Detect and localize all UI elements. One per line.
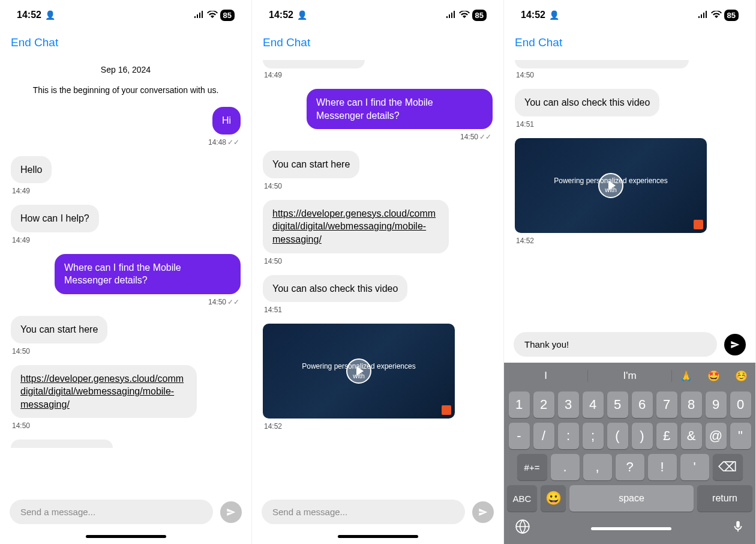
end-chat-button[interactable]: End Chat bbox=[11, 36, 58, 49]
key[interactable]: " bbox=[730, 423, 751, 449]
send-button[interactable] bbox=[472, 501, 494, 523]
emoji-key[interactable]: 😀 bbox=[541, 485, 566, 512]
key[interactable]: 7 bbox=[656, 391, 677, 418]
message-bubble-in-link[interactable]: https://developer.genesys.cloud/commdigi… bbox=[11, 365, 197, 419]
key[interactable]: ( bbox=[607, 423, 628, 449]
message-bubble-in[interactable]: You can start here bbox=[263, 151, 359, 178]
key[interactable]: 0 bbox=[730, 391, 751, 418]
message-row: https://developer.genesys.cloud/commdigi… bbox=[263, 200, 493, 253]
partial-bubble-bottom bbox=[11, 440, 113, 448]
video-thumbnail[interactable]: Powering personalized experiences with bbox=[263, 324, 455, 419]
key[interactable]: . bbox=[551, 454, 580, 480]
chat-scroll-area[interactable]: 14:49 Where can I find the Mobile Messen… bbox=[252, 54, 503, 491]
message-row: You can also check this video bbox=[263, 275, 493, 303]
emoji-suggestion[interactable]: 🙏 bbox=[680, 370, 692, 382]
message-bubble-out[interactable]: Hi bbox=[212, 107, 241, 134]
key-row-2: - / : ; ( ) £ & @ " bbox=[504, 420, 755, 452]
partial-bubble-top bbox=[263, 60, 365, 68]
key[interactable]: ? bbox=[616, 454, 644, 480]
end-chat-button[interactable]: End Chat bbox=[263, 36, 310, 49]
message-bubble-out[interactable]: Where can I find the Mobile Messenger de… bbox=[307, 89, 493, 129]
message-bubble-in[interactable]: You can start here bbox=[11, 316, 107, 343]
read-checks-icon: ✓✓ bbox=[227, 298, 239, 306]
wifi-icon bbox=[459, 10, 470, 20]
message-link[interactable]: https://developer.genesys.cloud/commdigi… bbox=[20, 373, 184, 410]
emoji-suggestion[interactable]: ☺️ bbox=[735, 370, 748, 382]
message-bubble-in[interactable]: You can also check this video bbox=[515, 89, 659, 116]
key[interactable]: 6 bbox=[632, 391, 653, 418]
screen-3: 14:52 👤 85 End Chat 14:50 You can also c… bbox=[504, 0, 756, 544]
send-button[interactable] bbox=[724, 334, 746, 355]
key[interactable]: 1 bbox=[509, 391, 530, 418]
key[interactable]: @ bbox=[706, 423, 727, 449]
end-chat-button[interactable]: End Chat bbox=[515, 36, 562, 49]
emoji-suggestion[interactable]: 🤩 bbox=[707, 370, 720, 382]
key[interactable]: £ bbox=[656, 423, 677, 449]
key[interactable]: & bbox=[681, 423, 702, 449]
timestamp: 14:52 bbox=[264, 422, 491, 431]
message-bubble-in-link[interactable]: https://developer.genesys.cloud/commdigi… bbox=[263, 200, 449, 253]
suggestion[interactable]: I'm bbox=[588, 370, 672, 382]
message-bubble-in[interactable]: How can I help? bbox=[11, 205, 99, 232]
chat-scroll-area[interactable]: 14:50 You can also check this video 14:5… bbox=[504, 54, 755, 324]
message-input-bar: Send a message... bbox=[0, 491, 251, 530]
person-icon: 👤 bbox=[45, 10, 55, 20]
message-input-bar: Send a message... bbox=[252, 491, 503, 530]
chat-scroll-area[interactable]: Sep 16, 2024 This is the beginning of yo… bbox=[0, 54, 251, 491]
ios-keyboard[interactable]: I I'm 🙏 🤩 ☺️ 1 2 3 4 5 6 7 8 9 0 - / : ;… bbox=[504, 363, 755, 544]
key[interactable]: 2 bbox=[533, 391, 554, 418]
key[interactable]: - bbox=[509, 423, 530, 449]
person-icon: 👤 bbox=[549, 10, 559, 20]
message-row: You can start here bbox=[11, 316, 241, 343]
chat-header: End Chat bbox=[0, 30, 251, 54]
key[interactable]: / bbox=[533, 423, 554, 449]
message-input[interactable]: Thank you! bbox=[514, 332, 717, 357]
message-row: Powering personalized experiences with bbox=[515, 138, 745, 233]
key[interactable]: 9 bbox=[706, 391, 727, 418]
battery-badge: 85 bbox=[724, 10, 739, 21]
key-row-3: #+= . , ? ! ' ⌫ bbox=[504, 452, 755, 483]
keyboard-bottom-row bbox=[504, 514, 755, 538]
key[interactable]: : bbox=[558, 423, 579, 449]
home-indicator[interactable] bbox=[338, 535, 418, 538]
message-bubble-out[interactable]: Where can I find the Mobile Messenger de… bbox=[55, 254, 241, 294]
message-link[interactable]: https://developer.genesys.cloud/commdigi… bbox=[272, 208, 436, 244]
suggestion[interactable]: I bbox=[504, 370, 588, 382]
message-row: Hi bbox=[11, 107, 241, 134]
send-button[interactable] bbox=[220, 501, 242, 523]
key[interactable]: ; bbox=[583, 423, 604, 449]
message-row: You can start here bbox=[263, 151, 493, 178]
battery-badge: 85 bbox=[220, 10, 235, 21]
status-bar: 14:52 👤 85 bbox=[0, 0, 251, 30]
abc-key[interactable]: ABC bbox=[507, 485, 537, 512]
key[interactable]: ' bbox=[680, 454, 709, 480]
key[interactable]: , bbox=[583, 454, 612, 480]
chat-header: End Chat bbox=[252, 30, 503, 54]
home-indicator[interactable] bbox=[86, 535, 166, 538]
backspace-key[interactable]: ⌫ bbox=[713, 454, 743, 480]
message-bubble-in[interactable]: Hello bbox=[11, 156, 52, 184]
shift-symbols-key[interactable]: #+= bbox=[517, 454, 547, 480]
home-indicator[interactable] bbox=[591, 527, 671, 530]
timestamp: 14:49 bbox=[12, 187, 239, 195]
video-thumbnail[interactable]: Powering personalized experiences with bbox=[515, 138, 707, 233]
return-key[interactable]: return bbox=[697, 485, 752, 512]
key[interactable]: 4 bbox=[583, 391, 604, 418]
key[interactable]: 8 bbox=[681, 391, 702, 418]
mic-icon[interactable] bbox=[731, 519, 745, 538]
cellular-icon bbox=[446, 10, 457, 20]
emoji-suggestions: 🙏 🤩 ☺️ bbox=[672, 370, 755, 382]
key[interactable]: ! bbox=[648, 454, 677, 480]
message-bubble-in[interactable]: You can also check this video bbox=[263, 275, 407, 303]
message-input[interactable]: Send a message... bbox=[262, 500, 465, 524]
message-input[interactable]: Send a message... bbox=[10, 500, 213, 524]
key[interactable]: 3 bbox=[558, 391, 579, 418]
key[interactable]: ) bbox=[632, 423, 653, 449]
space-key[interactable]: space bbox=[569, 485, 694, 512]
video-caption: Powering personalized experiences with bbox=[302, 361, 415, 381]
timestamp: 14:50 bbox=[516, 71, 743, 79]
intro-text: This is the beginning of your conversati… bbox=[11, 85, 241, 95]
timestamp: 14:49 bbox=[264, 71, 491, 79]
globe-icon[interactable] bbox=[515, 519, 530, 538]
key[interactable]: 5 bbox=[607, 391, 628, 418]
